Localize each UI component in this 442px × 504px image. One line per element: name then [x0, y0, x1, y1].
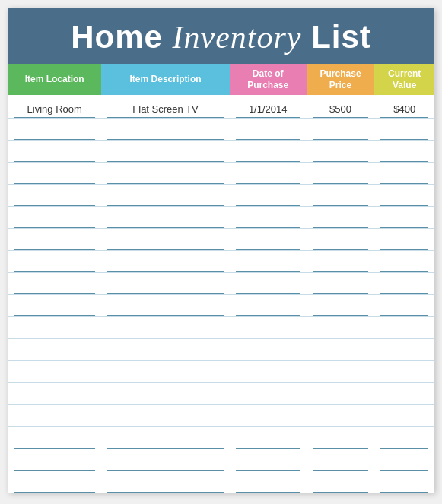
- cell-location: [8, 163, 101, 184]
- cell-description: [101, 119, 229, 140]
- col-header-current-value: Current Value: [374, 64, 434, 95]
- cell-date: [230, 207, 307, 228]
- cell-current-value: [374, 185, 434, 206]
- table-row: [8, 317, 434, 339]
- cell-purchase-price: $500: [307, 95, 375, 118]
- cell-date: [230, 449, 307, 471]
- cell-purchase-price: [307, 185, 375, 206]
- cell-location: [8, 229, 101, 250]
- cell-date: [230, 361, 307, 382]
- cell-current-value: $400: [374, 95, 434, 118]
- cell-location: [8, 207, 101, 228]
- cell-date: 1/1/2014: [230, 95, 307, 118]
- cell-current-value: [374, 251, 434, 272]
- cell-current-value: [374, 273, 434, 294]
- cell-location: [8, 119, 101, 140]
- col-header-description: Item Description: [101, 64, 229, 95]
- table-row: [8, 185, 434, 207]
- table-row: [8, 295, 434, 317]
- cell-current-value: [374, 295, 434, 316]
- cell-purchase-price: [307, 317, 375, 338]
- cell-description: [101, 141, 229, 162]
- cell-location: [8, 427, 101, 449]
- cell-purchase-price: [307, 251, 375, 272]
- table-row: [8, 207, 434, 229]
- cell-description: [101, 449, 229, 471]
- cell-date: [230, 163, 307, 184]
- cell-purchase-price: [307, 273, 375, 294]
- cell-description: [101, 273, 229, 294]
- table-row: [8, 449, 434, 471]
- cell-location: [8, 251, 101, 272]
- cell-date: [230, 317, 307, 338]
- cell-location: [8, 295, 101, 316]
- cell-location: [8, 317, 101, 338]
- cell-description: [101, 339, 229, 360]
- cell-current-value: [374, 405, 434, 426]
- table-row: [8, 119, 434, 141]
- cell-description: [101, 361, 229, 382]
- cell-location: [8, 361, 101, 382]
- cell-current-value: [374, 317, 434, 338]
- cell-description: [101, 471, 229, 493]
- cell-current-value: [374, 471, 434, 493]
- table-row: [8, 383, 434, 405]
- cell-purchase-price: [307, 119, 375, 140]
- cell-date: [230, 427, 307, 449]
- cell-description: [101, 251, 229, 272]
- cell-description: [101, 229, 229, 250]
- cell-date: [230, 141, 307, 162]
- cell-location: [8, 449, 101, 471]
- cell-current-value: [374, 207, 434, 228]
- page-title: Home Inventory List: [23, 20, 419, 55]
- cell-location: Living Room: [8, 95, 101, 118]
- cell-current-value: [374, 141, 434, 162]
- cell-date: [230, 471, 307, 493]
- cell-location: [8, 185, 101, 206]
- cell-date: [230, 273, 307, 294]
- cell-date: [230, 383, 307, 404]
- title-list: List: [301, 19, 370, 55]
- cell-location: [8, 339, 101, 360]
- cell-date: [230, 185, 307, 206]
- cell-current-value: [374, 383, 434, 404]
- cell-purchase-price: [307, 361, 375, 382]
- cell-date: [230, 251, 307, 272]
- cell-current-value: [374, 449, 434, 471]
- table-row: [8, 405, 434, 427]
- cell-purchase-price: [307, 295, 375, 316]
- table-row: [8, 427, 434, 449]
- cell-purchase-price: [307, 207, 375, 228]
- cell-current-value: [374, 163, 434, 184]
- cell-date: [230, 405, 307, 426]
- table-row: [8, 163, 434, 185]
- cell-location: [8, 383, 101, 404]
- cell-description: [101, 383, 229, 404]
- cell-description: [101, 405, 229, 426]
- cell-purchase-price: [307, 471, 375, 493]
- table-row: [8, 273, 434, 295]
- cell-description: [101, 207, 229, 228]
- col-header-purchase-price: Purchase Price: [307, 64, 375, 95]
- cell-purchase-price: [307, 163, 375, 184]
- cell-description: [101, 317, 229, 338]
- cell-purchase-price: [307, 405, 375, 426]
- cell-date: [230, 119, 307, 140]
- table-row: Living RoomFlat Screen TV1/1/2014$500$40…: [8, 95, 434, 119]
- table-row: [8, 251, 434, 273]
- cell-location: [8, 273, 101, 294]
- col-header-date: Date of Purchase: [230, 64, 307, 95]
- cell-purchase-price: [307, 449, 375, 471]
- column-headers: Item Location Item Description Date of P…: [8, 64, 434, 95]
- page-container: Home Inventory List Item Location Item D…: [8, 8, 434, 493]
- table-row: [8, 229, 434, 251]
- table-row: [8, 471, 434, 493]
- title-home: Home: [71, 19, 172, 55]
- table-row: [8, 339, 434, 361]
- cell-description: [101, 427, 229, 449]
- cell-location: [8, 471, 101, 493]
- cell-purchase-price: [307, 383, 375, 404]
- cell-purchase-price: [307, 427, 375, 449]
- table-row: [8, 361, 434, 383]
- cell-purchase-price: [307, 229, 375, 250]
